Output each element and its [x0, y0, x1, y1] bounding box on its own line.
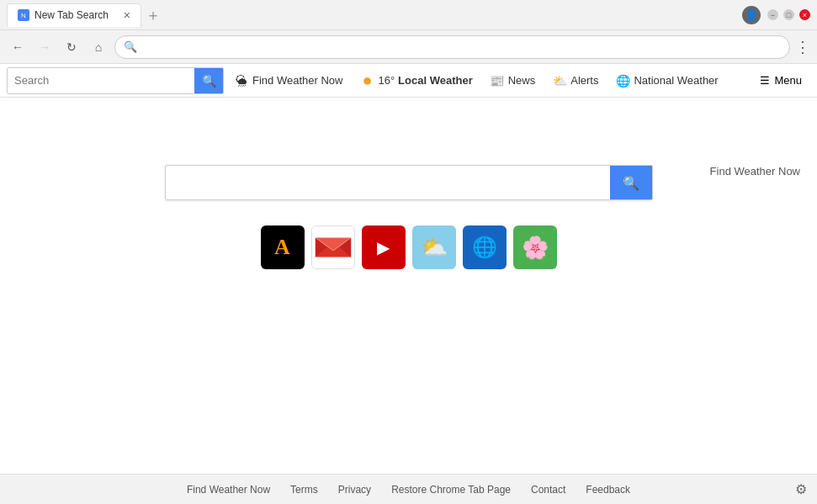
- find-weather-nav-item[interactable]: 🌦 Find Weather Now: [225, 64, 351, 97]
- browser-shortcut-icon: 🌐: [472, 236, 497, 259]
- forward-button[interactable]: →: [34, 36, 56, 58]
- find-weather-link[interactable]: Find Weather Now: [710, 165, 800, 178]
- toolbar-search-box: 🔍: [7, 67, 224, 94]
- address-bar[interactable]: 🔍: [114, 35, 790, 59]
- find-weather-icon: 🌦: [234, 73, 249, 88]
- toolbar-search-icon: 🔍: [202, 74, 216, 88]
- alerts-nav-item[interactable]: ⛅ Alerts: [544, 64, 607, 97]
- main-search-button[interactable]: 🔍: [610, 166, 652, 199]
- youtube-icon: ▶: [377, 237, 390, 257]
- find-weather-label: Find Weather Now: [252, 74, 342, 87]
- local-weather-label: Local Weather: [398, 74, 473, 87]
- main-search-input[interactable]: [166, 166, 610, 199]
- back-button[interactable]: ←: [7, 36, 29, 58]
- tab-title: New Tab Search: [34, 9, 109, 21]
- footer-find-weather[interactable]: Find Weather Now: [187, 484, 270, 496]
- news-nav-item[interactable]: 📰 News: [481, 64, 544, 97]
- maximize-button[interactable]: □: [783, 9, 794, 20]
- tab-close-button[interactable]: ×: [124, 9, 130, 21]
- minimize-button[interactable]: −: [767, 9, 778, 20]
- national-weather-label: National Weather: [634, 74, 718, 87]
- footer-restore[interactable]: Restore Chrome Tab Page: [391, 484, 511, 496]
- main-content: 🔍 Find Weather Now A: [0, 98, 817, 269]
- weather-shortcut-icon: ⛅: [421, 235, 448, 261]
- national-weather-nav-item[interactable]: 🌐 National Weather: [607, 64, 726, 97]
- footer-contact[interactable]: Contact: [531, 484, 565, 496]
- hamburger-menu[interactable]: ☰ Menu: [751, 64, 810, 97]
- shortcut-youtube[interactable]: ▶: [362, 225, 406, 269]
- footer-privacy[interactable]: Privacy: [338, 484, 371, 496]
- local-weather-nav-item[interactable]: ● 16° Local Weather: [351, 64, 480, 97]
- new-tab-button[interactable]: ＋: [141, 3, 165, 27]
- shortcut-browser[interactable]: 🌐: [463, 225, 507, 269]
- center-search-area: 🔍: [0, 165, 817, 200]
- home-button[interactable]: ⌂: [88, 36, 109, 58]
- browser-controls-right: 👤 − □ ×: [742, 6, 810, 24]
- browser-titlebar: N New Tab Search × ＋ 👤 − □ ×: [0, 0, 817, 30]
- news-icon: 📰: [490, 73, 505, 88]
- weather-toolbar: 🔍 🌦 Find Weather Now ● 16° Local Weather…: [0, 64, 817, 98]
- close-button[interactable]: ×: [799, 9, 810, 20]
- shortcuts-row: A ▶ ⛅: [261, 225, 557, 269]
- tab-favicon-label: N: [21, 12, 26, 19]
- toolbar-search-button[interactable]: 🔍: [194, 68, 223, 93]
- national-weather-icon: 🌐: [615, 73, 630, 88]
- local-weather-dot-icon: ●: [359, 73, 374, 88]
- news-label: News: [508, 74, 536, 87]
- temperature-label: 16°: [378, 74, 395, 87]
- shortcut-amazon[interactable]: A: [261, 225, 305, 269]
- browser-menu-button[interactable]: ⋮: [795, 38, 810, 56]
- shortcut-weather[interactable]: ⛅: [412, 225, 456, 269]
- alerts-label: Alerts: [570, 74, 598, 87]
- main-search-box: 🔍: [165, 165, 653, 200]
- browser-navbar: ← → ↻ ⌂ 🔍 ⋮: [0, 30, 817, 64]
- shortcut-flower[interactable]: 🌸: [513, 225, 557, 269]
- amazon-icon: A: [274, 235, 290, 260]
- tab-area: N New Tab Search × ＋: [7, 3, 742, 27]
- address-search-icon: 🔍: [124, 40, 137, 53]
- page-wrapper: N New Tab Search × ＋ 👤 − □ ×: [0, 0, 817, 504]
- footer-feedback[interactable]: Feedback: [586, 484, 630, 496]
- tab-favicon: N: [18, 9, 29, 21]
- window-controls: − □ ×: [767, 9, 810, 20]
- new-tab-icon: ＋: [146, 5, 161, 25]
- flower-shortcut-icon: 🌸: [522, 235, 549, 261]
- alerts-icon: ⛅: [552, 73, 567, 88]
- shortcut-gmail[interactable]: [311, 225, 355, 269]
- reload-button[interactable]: ↻: [61, 36, 82, 58]
- account-icon[interactable]: 👤: [742, 6, 761, 24]
- active-tab[interactable]: N New Tab Search ×: [7, 3, 141, 27]
- footer-gear-icon[interactable]: ⚙: [795, 481, 807, 497]
- toolbar-search-input[interactable]: [8, 68, 194, 93]
- main-search-icon: 🔍: [623, 175, 639, 191]
- gmail-icon: [312, 225, 354, 269]
- menu-label: Menu: [774, 74, 802, 87]
- footer-terms[interactable]: Terms: [290, 484, 318, 496]
- footer: Find Weather Now Terms Privacy Restore C…: [0, 474, 817, 504]
- hamburger-icon: ☰: [760, 74, 770, 87]
